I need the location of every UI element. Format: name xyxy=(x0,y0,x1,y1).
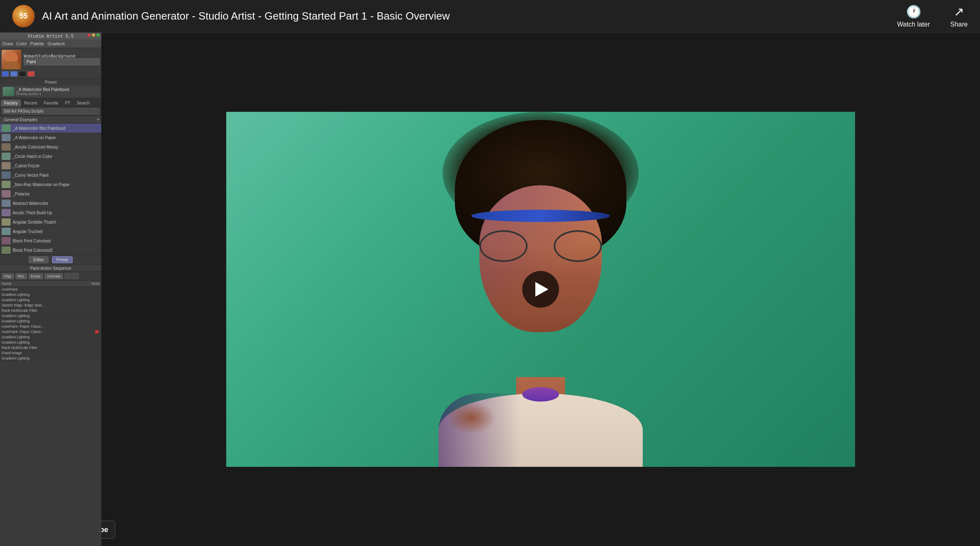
studio-portrait xyxy=(2,50,21,69)
list-item[interactable]: Gradient Lighting xyxy=(0,340,101,345)
preset-item-name: _Curvy Vector Paint xyxy=(13,173,49,178)
list-item[interactable]: Gradient Lighting xyxy=(0,319,101,324)
list-item[interactable]: _Cubist Frizzle xyxy=(0,161,101,171)
preset-thumbnail xyxy=(3,87,14,96)
list-item[interactable]: _Polarize xyxy=(0,189,101,199)
list-item[interactable]: Block Print Colorized2 xyxy=(0,246,101,254)
share-button[interactable]: ↗ Share xyxy=(950,4,968,28)
preset-thumb-icon xyxy=(2,124,11,132)
tab-bar: Factory Recent Favorite PT Search xyxy=(0,99,101,107)
list-item[interactable]: Rank MultiScale Filter xyxy=(0,345,101,351)
list-item[interactable]: Angular Truchett xyxy=(0,227,101,236)
preset-button[interactable]: Preset xyxy=(52,256,73,263)
expand-icon[interactable]: + xyxy=(97,117,100,122)
pas-row-name: Gradient Lighting xyxy=(2,298,100,302)
preset-item-info: _A Watercolor Blot Palettized PASeq acti… xyxy=(16,87,98,96)
preset-item-name: Block Print Colorized2 xyxy=(13,248,53,253)
pas-row-name: Sketch Edge -Edge Sket... xyxy=(2,303,100,307)
play-button[interactable] xyxy=(522,271,559,308)
tab-recent[interactable]: Recent xyxy=(21,100,40,107)
list-item[interactable]: Acrylic Thick Build Up xyxy=(0,208,101,218)
minimize-icon[interactable] xyxy=(92,33,95,37)
preset-item-name: _Cubist Frizzle xyxy=(13,164,40,168)
preset-thumb-icon xyxy=(2,153,11,160)
list-item[interactable]: Gradient Lighting xyxy=(0,313,101,319)
paint-dropdown[interactable]: Paint xyxy=(24,58,100,65)
list-item[interactable]: Gradient Lighting xyxy=(0,335,101,340)
preset-thumb-icon xyxy=(2,228,11,235)
preset-thumb-icon xyxy=(2,181,11,188)
preset-header: Preset xyxy=(1,80,100,84)
list-item[interactable]: _A Watercolor on Paper xyxy=(0,133,101,142)
video-title: AI Art and Animation Generator - Studio … xyxy=(42,10,897,22)
list-item[interactable]: Block Print Colorized xyxy=(0,236,101,246)
tab-favorite[interactable]: Favorite xyxy=(40,100,62,107)
pas-play-btn[interactable]: Play xyxy=(2,273,14,279)
studio-title-text: Studio Artist 5.5 xyxy=(28,33,74,39)
studio-top-area: WomanStudioBackground Paint xyxy=(0,48,101,79)
pas-row-name: Rank MultiScale Filter xyxy=(2,309,100,313)
list-item[interactable]: _A Watercolor Blot Palettized xyxy=(0,124,101,133)
list-item[interactable]: Gradient Lighting xyxy=(0,356,101,361)
list-item[interactable]: Abstract Watercolor xyxy=(0,199,101,208)
video-container[interactable] xyxy=(226,112,855,467)
tab-pt[interactable]: PT xyxy=(62,100,74,107)
preset-thumb-icon xyxy=(2,209,11,216)
body-artwork xyxy=(439,393,643,467)
toolbar-gradient[interactable]: Gradient xyxy=(47,41,65,46)
maximize-icon[interactable] xyxy=(96,33,100,37)
top-bar: 55 AI Art and Animation Generator - Stud… xyxy=(0,0,980,33)
tab-search[interactable]: Search xyxy=(74,100,93,107)
pas-row-name: Gradient Lighting xyxy=(2,340,100,344)
preset-selected-meta: PASeq active 1 xyxy=(16,92,98,96)
toolbar-color[interactable]: Color xyxy=(16,41,27,46)
section-header: _General Examples + xyxy=(0,116,101,124)
list-item[interactable]: _Non-Rep Watercolor on Paper xyxy=(0,180,101,189)
list-item[interactable]: AutoPaint -Paper Classi... xyxy=(0,329,101,335)
pas-row-name: Fixed Image xyxy=(2,351,100,355)
editor-preset-buttons: Editor Preset xyxy=(0,254,101,265)
pas-speed-input[interactable]: 100 xyxy=(65,273,79,279)
toolbar-draw[interactable]: Draw xyxy=(2,41,13,46)
color-swatch-red[interactable] xyxy=(27,71,35,77)
list-item[interactable]: AutoPaint xyxy=(0,287,101,292)
preset-item-name: _Acrylic Colorized Messy xyxy=(13,145,58,149)
close-icon[interactable] xyxy=(87,33,91,37)
pas-animate-btn[interactable]: Animate xyxy=(45,273,63,279)
pas-erase-btn[interactable]: Erase xyxy=(29,273,43,279)
preset-thumb-icon xyxy=(2,134,11,141)
color-swatch-blue[interactable] xyxy=(2,71,9,77)
pas-rec-btn[interactable]: Rec xyxy=(16,273,27,279)
color-swatch-black[interactable] xyxy=(19,71,26,77)
list-item[interactable]: Gradient Lighting xyxy=(0,292,101,297)
studio-toolbar: Draw Color Palette Gradient xyxy=(0,40,101,48)
preset-item-name: Abstract Watercolor xyxy=(13,201,48,206)
category-filter: Still Art PASeq Scripts xyxy=(0,107,101,116)
main-area xyxy=(101,33,980,546)
pas-col-name: Name xyxy=(2,282,85,286)
clock-icon: 🕐 xyxy=(906,4,921,19)
color-swatch-blue2[interactable] xyxy=(10,71,18,77)
pas-column-headers: Name Mute xyxy=(0,281,101,287)
list-item[interactable]: _Acrylic Colorized Messy xyxy=(0,142,101,152)
category-dropdown[interactable]: Still Art PASeq Scripts xyxy=(2,108,100,115)
list-item[interactable]: Gradient Lighting xyxy=(0,297,101,303)
pas-row-name: Gradient Lighting xyxy=(2,356,100,360)
list-item[interactable]: _Circle Hatch in Color xyxy=(0,152,101,161)
studio-portrait-row: WomanStudioBackground Paint xyxy=(2,50,100,69)
list-item[interactable]: Angular Scribble Thatch xyxy=(0,218,101,227)
list-item[interactable]: _Curvy Vector Paint xyxy=(0,171,101,180)
list-item[interactable]: Fixed Image xyxy=(0,351,101,356)
preset-item-name: _A Watercolor on Paper xyxy=(13,135,56,140)
preset-selected-item[interactable]: _A Watercolor Blot Palettized PASeq acti… xyxy=(1,86,100,97)
watch-later-button[interactable]: 🕐 Watch later xyxy=(897,4,930,28)
list-item[interactable]: AutoPaint -Paper Classi... xyxy=(0,324,101,329)
list-item[interactable]: Rank MultiScale Filter xyxy=(0,308,101,313)
preset-thumb-icon xyxy=(2,218,11,226)
preset-thumb-icon xyxy=(2,162,11,169)
tab-factory[interactable]: Factory xyxy=(1,100,21,107)
list-item[interactable]: Sketch Edge -Edge Sket... xyxy=(0,303,101,308)
editor-button[interactable]: Editor xyxy=(29,256,48,263)
pas-controls: Play Rec Erase Animate 100 xyxy=(0,272,101,281)
toolbar-palette[interactable]: Palette xyxy=(30,41,44,46)
